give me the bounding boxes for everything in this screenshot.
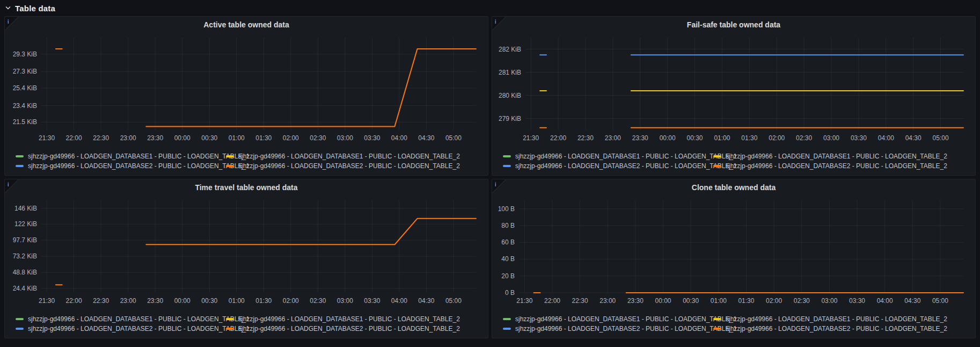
y-tick-label: 280 KiB — [499, 92, 521, 99]
legend-item-orange[interactable]: sjhzzjp-gd49966 - LOADGEN_DATABASE2 - PU… — [713, 161, 971, 170]
panel-time-travel-table-owned-data: iTime travel table owned data21:3022:002… — [4, 179, 488, 338]
x-tick-label: 02:00 — [283, 297, 299, 305]
legend-label: sjhzzjp-gd49966 - LOADGEN_DATABASE2 - PU… — [238, 325, 460, 332]
x-tick-label: 23:30 — [632, 134, 648, 142]
x-tick-label: 04:30 — [418, 134, 434, 142]
panel-info-corner[interactable]: i — [5, 17, 19, 31]
x-tick-label: 00:30 — [683, 297, 699, 305]
legend-item-orange[interactable]: sjhzzjp-gd49966 - LOADGEN_DATABASE2 - PU… — [226, 324, 484, 333]
x-tick-label: 21:30 — [39, 134, 55, 142]
x-tick-label: 22:30 — [572, 297, 588, 305]
x-tick-label: 23:30 — [147, 297, 163, 305]
x-tick-label: 00:30 — [201, 297, 217, 305]
x-tick-label: 00:30 — [201, 134, 217, 142]
legend-label: sjhzzjp-gd49966 - LOADGEN_DATABASE2 - PU… — [28, 162, 250, 170]
x-tick-label: 05:00 — [445, 297, 462, 305]
y-tick-label: 80 B — [501, 222, 515, 229]
chart-plot-area[interactable] — [41, 38, 476, 130]
panel-title[interactable]: Active table owned data — [9, 18, 484, 31]
panel-title[interactable]: Time travel table owned data — [9, 181, 484, 194]
y-tick-label: 20 B — [501, 272, 515, 280]
panel-info-corner[interactable]: i — [492, 17, 506, 31]
legend: sjhzzjp-gd49966 - LOADGEN_DATABASE1 - PU… — [496, 151, 971, 170]
x-tick-label: 02:00 — [766, 297, 782, 305]
info-icon: i — [8, 181, 9, 187]
legend-label: sjhzzjp-gd49966 - LOADGEN_DATABASE2 - PU… — [238, 162, 460, 170]
x-tick-label: 02:30 — [796, 134, 812, 142]
x-tick-label: 01:00 — [711, 297, 727, 305]
legend-swatch-blue — [503, 328, 511, 330]
row-header-table-data[interactable]: Table data — [0, 0, 980, 16]
legend-label: sjhzzjp-gd49966 - LOADGEN_DATABASE2 - PU… — [28, 325, 250, 332]
legend-item-yellow[interactable]: sjhzzjp-gd49966 - LOADGEN_DATABASE1 - PU… — [713, 151, 971, 161]
legend-item-blue[interactable]: sjhzzjp-gd49966 - LOADGEN_DATABASE2 - PU… — [16, 161, 226, 170]
info-icon: i — [495, 18, 496, 25]
legend-item-green[interactable]: sjhzzjp-gd49966 - LOADGEN_DATABASE1 - PU… — [16, 151, 226, 161]
x-tick-label: 04:00 — [878, 134, 894, 142]
legend-label: sjhzzjp-gd49966 - LOADGEN_DATABASE2 - PU… — [515, 162, 737, 170]
x-tick-label: 00:00 — [660, 134, 676, 142]
legend-item-blue[interactable]: sjhzzjp-gd49966 - LOADGEN_DATABASE2 - PU… — [503, 324, 713, 333]
x-tick-label: 03:30 — [364, 134, 380, 142]
legend-item-green[interactable]: sjhzzjp-gd49966 - LOADGEN_DATABASE1 - PU… — [16, 314, 226, 323]
chart-active-table-owned-data: 21:3022:0022:3023:0023:3000:0000:3001:00… — [9, 31, 484, 150]
row-title: Table data — [15, 4, 55, 13]
y-tick-label: 279 KiB — [499, 115, 521, 122]
x-tick-label: 01:30 — [741, 134, 757, 142]
x-tick-label: 02:00 — [769, 134, 785, 142]
chart-clone-table-owned-data: 21:3022:0022:3023:0023:3000:0000:3001:00… — [496, 194, 971, 313]
y-tick-label: 23.4 KiB — [13, 102, 37, 110]
legend-item-yellow[interactable]: sjhzzjp-gd49966 - LOADGEN_DATABASE1 - PU… — [713, 314, 971, 323]
y-tick-label: 60 B — [501, 238, 515, 246]
x-tick-label: 02:30 — [310, 297, 326, 305]
y-tick-label: 27.3 KiB — [13, 68, 37, 75]
legend-label: sjhzzjp-gd49966 - LOADGEN_DATABASE1 - PU… — [238, 315, 460, 323]
legend-label: sjhzzjp-gd49966 - LOADGEN_DATABASE2 - PU… — [726, 325, 947, 332]
chart-plot-area[interactable] — [519, 200, 963, 293]
legend-item-green[interactable]: sjhzzjp-gd49966 - LOADGEN_DATABASE1 - PU… — [503, 151, 713, 161]
panel-title[interactable]: Fail-safe table owned data — [496, 18, 971, 31]
x-tick-label: 23:30 — [147, 134, 163, 142]
x-tick-label: 04:00 — [391, 134, 407, 142]
info-icon: i — [8, 18, 9, 25]
legend: sjhzzjp-gd49966 - LOADGEN_DATABASE1 - PU… — [9, 314, 484, 333]
chart-fail-safe-table-owned-data: 21:3022:0022:3023:0023:3000:0000:3001:00… — [496, 31, 971, 150]
x-tick-label: 04:30 — [905, 134, 922, 142]
legend-swatch-green — [503, 155, 511, 157]
legend-item-orange[interactable]: sjhzzjp-gd49966 - LOADGEN_DATABASE2 - PU… — [226, 161, 484, 170]
legend-swatch-yellow — [226, 155, 234, 157]
x-tick-label: 01:30 — [255, 134, 272, 142]
legend-item-green[interactable]: sjhzzjp-gd49966 - LOADGEN_DATABASE1 - PU… — [503, 314, 713, 323]
legend-item-yellow[interactable]: sjhzzjp-gd49966 - LOADGEN_DATABASE1 - PU… — [226, 314, 484, 323]
y-tick-label: 40 B — [501, 255, 515, 263]
x-tick-label: 22:00 — [66, 297, 82, 305]
x-tick-label: 23:30 — [627, 297, 643, 305]
legend-item-yellow[interactable]: sjhzzjp-gd49966 - LOADGEN_DATABASE1 - PU… — [226, 151, 484, 161]
legend-swatch-green — [16, 318, 24, 320]
panel-active-table-owned-data: iActive table owned data21:3022:0022:302… — [4, 16, 488, 176]
x-tick-label: 00:00 — [174, 297, 191, 305]
x-tick-label: 22:30 — [93, 297, 109, 305]
x-tick-label: 22:00 — [544, 297, 560, 305]
legend-label: sjhzzjp-gd49966 - LOADGEN_DATABASE1 - PU… — [726, 153, 947, 160]
legend-label: sjhzzjp-gd49966 - LOADGEN_DATABASE1 - PU… — [28, 315, 250, 323]
legend-label: sjhzzjp-gd49966 - LOADGEN_DATABASE1 - PU… — [515, 153, 737, 160]
grafana-dashboard: Table data iActive table owned data21:30… — [0, 0, 980, 347]
x-tick-label: 01:30 — [255, 297, 272, 305]
y-tick-label: 24.4 KiB — [13, 285, 37, 292]
legend-label: sjhzzjp-gd49966 - LOADGEN_DATABASE1 - PU… — [238, 153, 460, 160]
x-tick-label: 21:30 — [516, 297, 532, 305]
x-tick-label: 00:00 — [655, 297, 671, 305]
panel-info-corner[interactable]: i — [5, 179, 19, 193]
legend-swatch-yellow — [226, 318, 234, 320]
chart-plot-area[interactable] — [525, 38, 963, 130]
panel-title[interactable]: Clone table owned data — [496, 181, 971, 194]
legend-item-blue[interactable]: sjhzzjp-gd49966 - LOADGEN_DATABASE2 - PU… — [503, 161, 713, 170]
y-tick-label: 73.2 KiB — [13, 252, 37, 260]
x-tick-label: 00:00 — [174, 134, 191, 142]
panel-info-corner[interactable]: i — [492, 179, 506, 193]
legend-label: sjhzzjp-gd49966 - LOADGEN_DATABASE2 - PU… — [515, 325, 737, 332]
legend-item-orange[interactable]: sjhzzjp-gd49966 - LOADGEN_DATABASE2 - PU… — [713, 324, 971, 333]
legend-item-blue[interactable]: sjhzzjp-gd49966 - LOADGEN_DATABASE2 - PU… — [16, 324, 226, 333]
chart-plot-area[interactable] — [41, 200, 476, 293]
